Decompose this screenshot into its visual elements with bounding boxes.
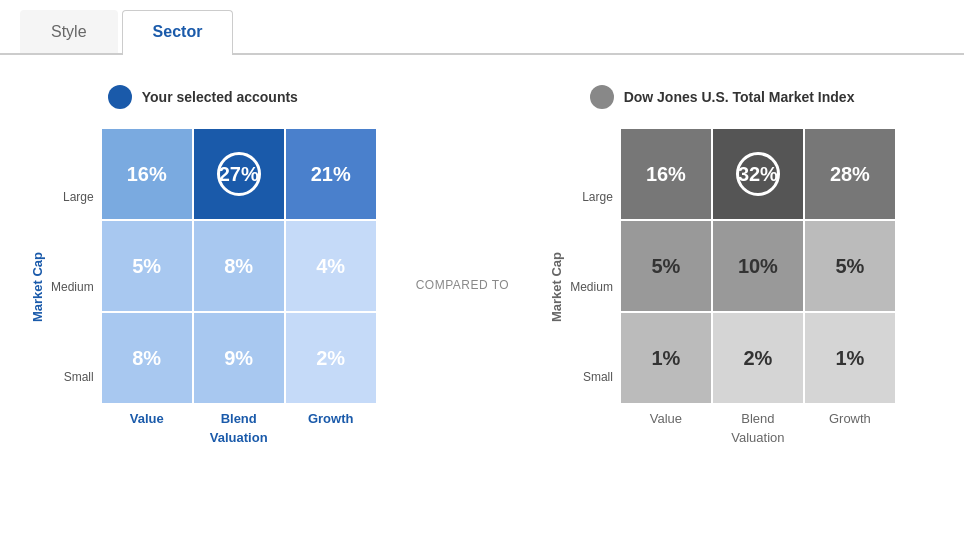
- right-cell-medium-blend: 10%: [713, 221, 803, 311]
- left-y-axis: Large Medium Small: [51, 152, 94, 422]
- y-tick-large: Large: [51, 190, 94, 204]
- tabs-container: Style Sector: [0, 10, 964, 55]
- right-y-axis: Large Medium Small: [570, 152, 613, 422]
- right-x-tick-growth: Growth: [805, 411, 895, 426]
- cell-large-blend: 27%: [194, 129, 284, 219]
- right-y-tick-large: Large: [570, 190, 613, 204]
- right-y-label: Market Cap: [549, 252, 564, 322]
- right-chart-wrapper: Market Cap Large Medium Small 16% 32% 28…: [549, 129, 895, 445]
- left-y-label: Market Cap: [30, 252, 45, 322]
- right-cell-medium-growth: 5%: [805, 221, 895, 311]
- left-chart-wrapper: Market Cap Large Medium Small 16% 27% 21…: [30, 129, 376, 445]
- right-x-axis: Value Blend Growth: [621, 411, 895, 426]
- right-cell-large-growth: 28%: [805, 129, 895, 219]
- left-x-ticks: Value Blend Growth: [102, 411, 376, 426]
- compared-to-label: COMPARED TO: [416, 278, 510, 292]
- right-cell-large-value: 16%: [621, 129, 711, 219]
- cell-medium-value: 5%: [102, 221, 192, 311]
- blue-circle-icon: [217, 152, 261, 196]
- y-tick-medium: Medium: [51, 280, 94, 294]
- right-legend-dot: [590, 85, 614, 109]
- tab-bar: Style Sector: [0, 10, 964, 55]
- main-content: Your selected accounts Market Cap Large …: [0, 65, 964, 465]
- right-y-tick-small: Small: [570, 370, 613, 384]
- left-legend-label: Your selected accounts: [142, 89, 298, 105]
- cell-medium-blend: 8%: [194, 221, 284, 311]
- cell-medium-growth: 4%: [286, 221, 376, 311]
- right-x-tick-value: Value: [621, 411, 711, 426]
- cell-small-blend: 9%: [194, 313, 284, 403]
- right-x-ticks: Value Blend Growth: [621, 411, 895, 426]
- gray-circle-icon: [736, 152, 780, 196]
- right-cell-small-value: 1%: [621, 313, 711, 403]
- cell-small-growth: 2%: [286, 313, 376, 403]
- left-grid: 16% 27% 21% 5% 8% 4% 8% 9% 2%: [102, 129, 376, 403]
- right-chart-section: Dow Jones U.S. Total Market Index Market…: [549, 85, 895, 445]
- left-legend: Your selected accounts: [108, 85, 298, 109]
- left-chart-section: Your selected accounts Market Cap Large …: [30, 85, 376, 445]
- right-cell-medium-value: 5%: [621, 221, 711, 311]
- right-x-label: Valuation: [621, 430, 895, 445]
- right-cell-small-growth: 1%: [805, 313, 895, 403]
- left-legend-dot: [108, 85, 132, 109]
- right-x-tick-blend: Blend: [713, 411, 803, 426]
- right-legend: Dow Jones U.S. Total Market Index: [590, 85, 855, 109]
- tab-sector[interactable]: Sector: [122, 10, 234, 55]
- cell-large-value: 16%: [102, 129, 192, 219]
- x-tick-blend: Blend: [194, 411, 284, 426]
- x-tick-growth: Growth: [286, 411, 376, 426]
- right-cell-small-blend: 2%: [713, 313, 803, 403]
- tab-style[interactable]: Style: [20, 10, 118, 53]
- right-y-tick-medium: Medium: [570, 280, 613, 294]
- right-legend-label: Dow Jones U.S. Total Market Index: [624, 89, 855, 105]
- right-cell-large-blend: 32%: [713, 129, 803, 219]
- left-x-axis: Value Blend Growth: [102, 411, 376, 426]
- left-x-label: Valuation: [102, 430, 376, 445]
- cell-small-value: 8%: [102, 313, 192, 403]
- y-tick-small: Small: [51, 370, 94, 384]
- right-grid: 16% 32% 28% 5% 10% 5% 1% 2% 1%: [621, 129, 895, 403]
- cell-large-growth: 21%: [286, 129, 376, 219]
- x-tick-value: Value: [102, 411, 192, 426]
